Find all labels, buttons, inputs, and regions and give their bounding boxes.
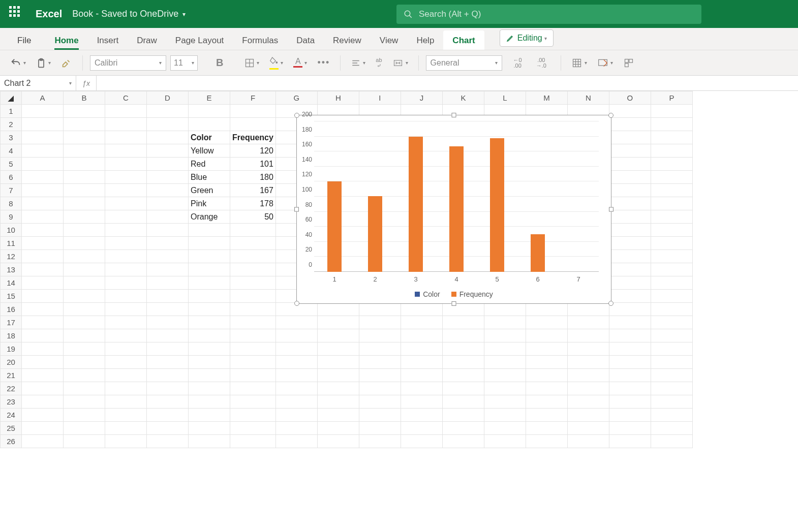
cell-A7[interactable] <box>22 184 64 197</box>
tab-chart[interactable]: Chart <box>443 30 484 50</box>
cell-D3[interactable] <box>147 131 189 144</box>
document-status[interactable]: Book - Saved to OneDrive ▾ <box>72 9 186 19</box>
cell-E17[interactable] <box>189 316 230 329</box>
cell-B2[interactable] <box>64 118 105 131</box>
cell-H24[interactable] <box>317 409 359 422</box>
row-header-16[interactable]: 16 <box>1 303 22 316</box>
row-header-15[interactable]: 15 <box>1 290 22 303</box>
tab-view[interactable]: View <box>371 30 408 50</box>
tab-review[interactable]: Review <box>324 30 371 50</box>
row-header-8[interactable]: 8 <box>1 197 22 210</box>
insert-cells-button[interactable] <box>620 56 637 70</box>
cell-B17[interactable] <box>64 316 105 329</box>
cell-D6[interactable] <box>147 171 189 184</box>
cell-H21[interactable] <box>317 369 359 382</box>
cell-E10[interactable] <box>189 224 230 237</box>
cell-P5[interactable] <box>651 158 692 171</box>
cell-E14[interactable] <box>189 276 230 290</box>
cell-I23[interactable] <box>359 395 401 409</box>
cell-O24[interactable] <box>609 409 651 422</box>
cell-F19[interactable] <box>230 342 276 356</box>
cell-D8[interactable] <box>147 197 189 210</box>
cell-E9[interactable]: Orange <box>189 210 230 224</box>
cell-P7[interactable] <box>651 184 692 197</box>
cell-A13[interactable] <box>22 263 64 276</box>
cell-E12[interactable] <box>189 250 230 263</box>
cell-I24[interactable] <box>359 409 401 422</box>
cell-D9[interactable] <box>147 210 189 224</box>
col-header-E[interactable]: E <box>189 91 230 105</box>
cell-F25[interactable] <box>230 422 276 435</box>
cell-K21[interactable] <box>442 369 484 382</box>
increase-decimal-button[interactable]: .00 →.0 <box>533 55 549 71</box>
cell-A9[interactable] <box>22 210 64 224</box>
cell-C19[interactable] <box>105 342 147 356</box>
cell-E26[interactable] <box>189 435 230 448</box>
cell-F2[interactable] <box>230 118 276 131</box>
cell-I21[interactable] <box>359 369 401 382</box>
cell-D25[interactable] <box>147 422 189 435</box>
cell-C12[interactable] <box>105 250 147 263</box>
cell-P8[interactable] <box>651 197 692 210</box>
chart-bar[interactable] <box>449 146 464 272</box>
cell-J25[interactable] <box>401 422 442 435</box>
cell-B8[interactable] <box>64 197 105 210</box>
cell-O14[interactable] <box>609 276 651 290</box>
cell-B25[interactable] <box>64 422 105 435</box>
cell-H16[interactable] <box>317 303 359 316</box>
cell-N25[interactable] <box>567 422 609 435</box>
app-launcher-icon[interactable] <box>9 6 25 22</box>
cell-E25[interactable] <box>189 422 230 435</box>
cell-N17[interactable] <box>567 316 609 329</box>
cell-O23[interactable] <box>609 395 651 409</box>
cell-P20[interactable] <box>651 356 692 369</box>
row-header-11[interactable]: 11 <box>1 237 22 250</box>
cell-C10[interactable] <box>105 224 147 237</box>
row-header-24[interactable]: 24 <box>1 409 22 422</box>
format-table-button[interactable]: ▾ <box>594 56 616 70</box>
cell-O1[interactable] <box>609 105 651 118</box>
cell-A19[interactable] <box>22 342 64 356</box>
cell-P11[interactable] <box>651 237 692 250</box>
tab-insert[interactable]: Insert <box>88 30 128 50</box>
cell-J26[interactable] <box>401 435 442 448</box>
cell-A22[interactable] <box>22 382 64 395</box>
cell-P26[interactable] <box>651 435 692 448</box>
search-box[interactable]: Search (Alt + Q) <box>396 5 701 24</box>
cell-P3[interactable] <box>651 131 692 144</box>
cell-A17[interactable] <box>22 316 64 329</box>
cell-B4[interactable] <box>64 144 105 158</box>
cell-P1[interactable] <box>651 105 692 118</box>
cell-P14[interactable] <box>651 276 692 290</box>
cell-G21[interactable] <box>275 369 317 382</box>
cell-D18[interactable] <box>147 329 189 342</box>
cell-A12[interactable] <box>22 250 64 263</box>
cell-O5[interactable] <box>609 158 651 171</box>
cell-P16[interactable] <box>651 303 692 316</box>
cell-D1[interactable] <box>147 105 189 118</box>
col-header-K[interactable]: K <box>442 91 484 105</box>
cell-F8[interactable]: 178 <box>230 197 276 210</box>
cell-D22[interactable] <box>147 382 189 395</box>
cell-N24[interactable] <box>567 409 609 422</box>
cell-B23[interactable] <box>64 395 105 409</box>
cell-J17[interactable] <box>401 316 442 329</box>
cell-B26[interactable] <box>64 435 105 448</box>
cell-B18[interactable] <box>64 329 105 342</box>
cell-D7[interactable] <box>147 184 189 197</box>
cell-B13[interactable] <box>64 263 105 276</box>
cell-C17[interactable] <box>105 316 147 329</box>
cell-C3[interactable] <box>105 131 147 144</box>
row-header-4[interactable]: 4 <box>1 144 22 158</box>
cell-P4[interactable] <box>651 144 692 158</box>
cell-E11[interactable] <box>189 237 230 250</box>
cell-P23[interactable] <box>651 395 692 409</box>
cell-A23[interactable] <box>22 395 64 409</box>
cell-O20[interactable] <box>609 356 651 369</box>
cell-A4[interactable] <box>22 144 64 158</box>
cell-C7[interactable] <box>105 184 147 197</box>
col-header-F[interactable]: F <box>230 91 276 105</box>
col-header-G[interactable]: G <box>275 91 317 105</box>
cell-F15[interactable] <box>230 290 276 303</box>
row-header-12[interactable]: 12 <box>1 250 22 263</box>
